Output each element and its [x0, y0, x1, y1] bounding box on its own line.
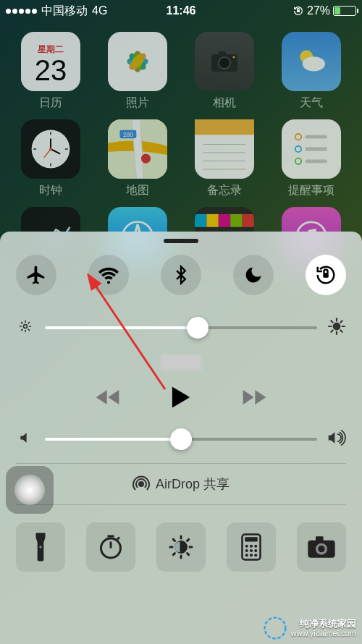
app-camera[interactable]: 相机	[188, 32, 261, 111]
lock-rotate-icon	[315, 264, 337, 286]
svg-point-37	[295, 158, 301, 164]
camera-button[interactable]	[297, 522, 346, 572]
carrier-label: 中国移动	[41, 4, 88, 19]
app-maps[interactable]: 280 地图	[101, 119, 174, 198]
assistive-touch-icon	[14, 475, 45, 505]
svg-rect-45	[243, 214, 254, 227]
prev-track-button[interactable]	[95, 386, 124, 408]
screen: 中国移动 4G 11:46 27% 星期二 23 日历 照片	[0, 0, 362, 644]
app-label: 提醒事项	[288, 183, 334, 198]
app-label: 地图	[126, 183, 149, 198]
brightness-low-icon	[16, 319, 35, 336]
timer-button[interactable]	[86, 522, 135, 572]
svg-point-98	[318, 546, 324, 552]
signal-icon	[6, 9, 37, 14]
app-weather[interactable]: 天气	[275, 32, 348, 111]
quick-launch-row	[16, 522, 346, 572]
svg-rect-85	[245, 537, 258, 541]
svg-point-27	[141, 154, 151, 164]
volume-slider[interactable]	[16, 430, 346, 449]
flashlight-icon	[31, 533, 50, 562]
nightshift-button[interactable]	[156, 522, 206, 572]
moon-icon	[243, 265, 264, 285]
camera-icon	[195, 32, 254, 91]
slider-thumb[interactable]	[170, 428, 192, 450]
assistive-touch[interactable]	[6, 466, 54, 514]
calculator-icon	[240, 533, 262, 561]
volume-low-icon	[16, 431, 35, 448]
toggle-row	[16, 255, 346, 295]
next-track-button[interactable]	[238, 386, 267, 408]
svg-point-88	[254, 545, 257, 548]
network-label: 4G	[92, 4, 107, 17]
now-playing-title	[16, 353, 346, 373]
svg-point-94	[254, 554, 257, 556]
svg-point-11	[219, 57, 230, 69]
app-clock[interactable]: 时钟	[14, 119, 87, 198]
app-label: 相机	[213, 96, 236, 111]
app-label: 时钟	[39, 183, 62, 198]
svg-point-70	[39, 546, 41, 548]
airdrop-label: AirDrop 共享	[156, 475, 230, 493]
svg-line-56	[28, 329, 29, 330]
app-calendar[interactable]: 星期二 23 日历	[14, 32, 87, 111]
app-reminders[interactable]: 提醒事项	[275, 119, 348, 198]
svg-line-57	[22, 329, 22, 330]
grabber-handle[interactable]	[164, 239, 198, 243]
app-label: 照片	[126, 96, 149, 111]
svg-rect-42	[206, 214, 218, 227]
app-label: 天气	[300, 96, 323, 111]
bluetooth-toggle[interactable]	[161, 255, 201, 295]
flashlight-button[interactable]	[16, 522, 65, 572]
svg-rect-28	[195, 119, 254, 135]
svg-point-23	[49, 148, 52, 151]
svg-rect-69	[36, 533, 46, 538]
battery-icon	[333, 6, 356, 16]
watermark-url: www.yidaimei.com	[291, 629, 356, 638]
svg-point-33	[295, 134, 301, 140]
control-center: AirDrop 共享	[0, 232, 362, 644]
svg-point-14	[303, 56, 325, 71]
svg-point-93	[250, 554, 253, 556]
svg-rect-10	[219, 51, 226, 55]
svg-rect-43	[219, 214, 230, 227]
svg-line-55	[22, 323, 22, 323]
wifi-toggle[interactable]	[88, 255, 129, 295]
app-notes[interactable]: 备忘录	[188, 119, 261, 198]
reminders-icon	[282, 119, 341, 179]
svg-line-58	[28, 323, 29, 323]
brightness-slider[interactable]	[16, 317, 346, 339]
brightness-high-icon	[327, 317, 346, 339]
play-icon	[170, 385, 192, 410]
airplane-toggle[interactable]	[16, 255, 56, 295]
svg-point-100	[264, 618, 285, 639]
status-bar: 中国移动 4G 11:46 27%	[0, 0, 362, 22]
svg-point-68	[139, 482, 143, 486]
airdrop-button[interactable]: AirDrop 共享	[16, 463, 346, 505]
calculator-button[interactable]	[227, 522, 276, 572]
svg-rect-40	[195, 207, 254, 214]
svg-point-59	[334, 323, 340, 330]
dnd-toggle[interactable]	[233, 255, 274, 295]
play-button[interactable]	[170, 385, 192, 410]
svg-line-67	[340, 321, 342, 322]
svg-rect-34	[306, 135, 327, 139]
watermark-brand: 纯净系统家园	[300, 618, 356, 630]
brightness-track[interactable]	[45, 326, 317, 329]
slider-thumb[interactable]	[187, 317, 209, 339]
bluetooth-icon	[171, 265, 191, 285]
timer-icon	[98, 534, 124, 560]
app-photos[interactable]: 照片	[101, 32, 174, 111]
svg-point-12	[233, 56, 235, 59]
orientation-lock-toggle[interactable]	[306, 255, 346, 295]
nightshift-icon	[168, 534, 194, 560]
clock-label: 11:46	[167, 4, 196, 17]
photos-icon	[108, 32, 167, 91]
wifi-icon	[98, 264, 119, 286]
svg-text:280: 280	[123, 132, 133, 138]
app-label: 备忘录	[207, 183, 242, 198]
weather-icon	[282, 32, 341, 91]
clock-icon	[21, 119, 80, 179]
volume-track[interactable]	[45, 438, 317, 441]
svg-point-91	[254, 549, 257, 552]
